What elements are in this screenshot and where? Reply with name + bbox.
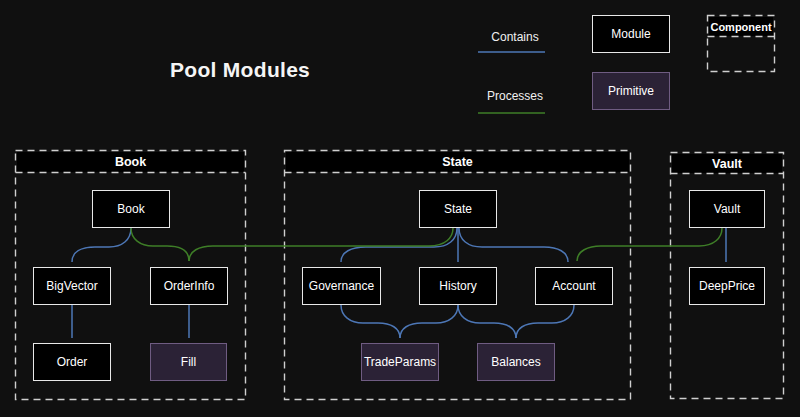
- node-orderinfo: OrderInfo: [150, 267, 228, 305]
- node-governance: Governance: [302, 267, 381, 305]
- edge-history-tradeparams-contains: [400, 305, 458, 338]
- node-vault: Vault: [689, 190, 765, 228]
- node-vault-label: Vault: [714, 202, 740, 216]
- node-account: Account: [535, 267, 613, 305]
- legend-contains-label: Contains: [470, 30, 560, 44]
- node-fill: Fill: [150, 343, 227, 381]
- edge-state-account-contains: [459, 228, 568, 262]
- node-balances-label: Balances: [491, 355, 540, 369]
- node-history-label: History: [439, 279, 476, 293]
- node-history: History: [419, 267, 497, 305]
- legend-module-box: Module: [592, 15, 670, 53]
- node-deepprice-label: DeepPrice: [699, 279, 755, 293]
- node-governance-label: Governance: [309, 279, 374, 293]
- edge-vault-account-processes: [577, 228, 722, 261]
- edge-account-balances-contains: [516, 305, 574, 338]
- node-state: State: [419, 190, 497, 228]
- node-account-label: Account: [552, 279, 595, 293]
- edge-book-bigvector-contains: [72, 228, 131, 262]
- node-state-label: State: [444, 202, 472, 216]
- legend-module-label: Module: [611, 27, 650, 41]
- node-book: Book: [92, 190, 170, 228]
- node-deepprice: DeepPrice: [689, 267, 765, 305]
- legend-primitive-label: Primitive: [608, 84, 654, 98]
- node-order: Order: [33, 343, 111, 381]
- node-bigvector: BigVector: [33, 267, 111, 305]
- legend-primitive-box: Primitive: [592, 72, 670, 110]
- edge-book-orderinfo-processes: [131, 228, 189, 261]
- node-balances: Balances: [477, 343, 555, 381]
- diagram-canvas: Pool Modules Contains Processes Module P…: [0, 0, 800, 417]
- node-orderinfo-label: OrderInfo: [164, 279, 215, 293]
- node-order-label: Order: [57, 355, 88, 369]
- node-fill-label: Fill: [181, 355, 196, 369]
- legend-component-outline: [708, 16, 775, 72]
- node-bigvector-label: BigVector: [46, 279, 97, 293]
- edge-history-balances-contains: [458, 305, 516, 338]
- edge-state-orderinfo-processes: [189, 228, 453, 261]
- node-tradeparams: TradeParams: [361, 343, 439, 381]
- edge-governance-tradeparams-contains: [341, 305, 400, 338]
- node-tradeparams-label: TradeParams: [364, 355, 436, 369]
- node-book-label: Book: [117, 202, 144, 216]
- legend-processes-label: Processes: [470, 89, 560, 103]
